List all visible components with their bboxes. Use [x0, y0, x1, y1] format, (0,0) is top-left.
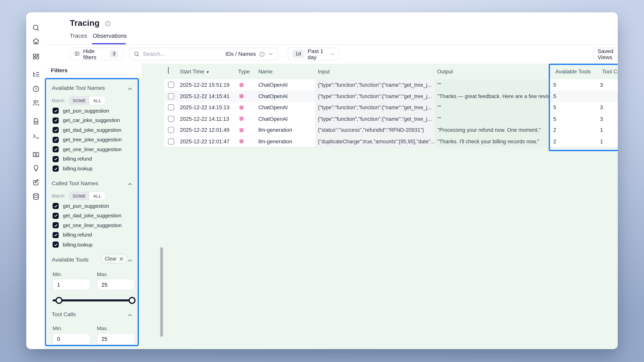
column-header-name[interactable]: Name [258, 68, 272, 74]
hide-filters-button[interactable]: Hide filters 3 [70, 48, 123, 60]
row-checkbox[interactable] [168, 116, 174, 122]
generation-pinwheel-icon [238, 104, 245, 111]
checkbox-checked-icon[interactable] [52, 108, 58, 114]
chevron-up-icon[interactable] [127, 258, 132, 263]
cell-output: "Thanks. I'll check your billing records… [434, 136, 549, 147]
prompts-file-icon[interactable] [32, 118, 40, 125]
datasets-database-icon[interactable] [32, 193, 40, 200]
column-header-available-tools[interactable]: Available Tools [555, 68, 591, 74]
filter-checkbox-item[interactable]: get_car_joke_suggestion [52, 117, 120, 123]
chevron-down-icon[interactable] [268, 51, 274, 56]
available-tools-slider-track[interactable] [52, 299, 132, 301]
available-tools-min-input[interactable] [52, 279, 90, 290]
tool-calls-min-input[interactable] [52, 333, 90, 344]
annotation-icon[interactable] [32, 178, 40, 186]
match-option-all[interactable]: ALL [90, 96, 105, 105]
column-header-start-time[interactable]: Start Time▼ [180, 68, 210, 74]
dashboard-icon[interactable] [32, 52, 40, 60]
lightbulb-icon[interactable] [32, 164, 40, 172]
filters-scrollbar-thumb[interactable] [160, 247, 163, 337]
checkbox-checked-icon[interactable] [52, 203, 58, 209]
generation-pinwheel-icon [238, 82, 245, 88]
checkbox-checked-icon[interactable] [52, 212, 58, 218]
filter-checkbox-item[interactable]: get_dad_joke_suggestion [52, 127, 121, 133]
cell-input: {"type":"function","function":{"name":"g… [315, 113, 434, 124]
filter-checkbox-item[interactable]: billing.lookup [52, 166, 92, 172]
tab-traces[interactable]: Traces [70, 32, 87, 39]
table-row[interactable]: 2025-12-22 12:01:47 llm-generation {"dup… [164, 136, 618, 148]
match-option-all[interactable]: ALL [90, 192, 105, 200]
filter-item-label: get_pun_suggestion [63, 203, 109, 209]
filter-checkbox-item[interactable]: get_tree_joke_suggestion [52, 136, 122, 142]
max-label: Max. [97, 272, 108, 277]
info-icon[interactable] [259, 51, 265, 57]
checkbox-checked-icon[interactable] [52, 232, 58, 238]
checkbox-checked-icon[interactable] [52, 146, 58, 152]
column-header-output[interactable]: Output [437, 68, 453, 74]
filter-checkbox-item[interactable]: get_one_liner_suggestion [52, 222, 122, 228]
active-tab-underline [92, 43, 126, 44]
filter-checkbox-item[interactable]: get_dad_joke_suggestion [52, 212, 121, 218]
filter-checkbox-item[interactable]: get_pun_suggestion [52, 108, 109, 114]
checkbox-checked-icon[interactable] [52, 242, 58, 248]
cell-available-tools: 5 [552, 113, 599, 124]
row-checkbox[interactable] [168, 127, 174, 133]
row-checkbox[interactable] [168, 138, 174, 144]
content-area: Filters Available Tool Names Match: SOME… [45, 64, 618, 349]
select-all-checkbox[interactable] [168, 67, 169, 74]
checkbox-checked-icon[interactable] [52, 117, 58, 123]
filters-highlight-box: Available Tool Names Match: SOME ALL get… [45, 78, 139, 346]
match-option-some[interactable]: SOME [69, 192, 90, 200]
chevron-up-icon[interactable] [127, 312, 132, 317]
checkbox-checked-icon[interactable] [52, 222, 58, 228]
info-icon[interactable] [105, 20, 111, 27]
table-row[interactable]: 2025-12-22 15:51:19 ChatOpenAI {"type":"… [164, 79, 618, 91]
match-option-some[interactable]: SOME [69, 96, 90, 105]
cell-name: ChatOpenAI [258, 113, 316, 124]
filter-checkbox-item[interactable]: get_one_liner_suggestion [52, 146, 122, 152]
table-row[interactable]: 2025-12-22 12:01:49 llm-generation {"sta… [164, 124, 618, 136]
table-row[interactable]: 2025-12-22 14:15:41 ChatOpenAI {"type":"… [164, 91, 618, 102]
row-checkbox[interactable] [168, 104, 174, 110]
column-header-tool-calls[interactable]: Tool Calls [602, 68, 618, 74]
cell-tool-calls: 1 [599, 136, 618, 147]
page-title: Tracing [70, 18, 100, 28]
home-icon[interactable] [32, 38, 40, 45]
checkbox-checked-icon[interactable] [52, 127, 58, 133]
available-tools-max-input[interactable] [97, 279, 135, 290]
checkbox-checked-icon[interactable] [52, 156, 58, 162]
cell-input: {"status":"success","refundId":"RFND-209… [315, 124, 434, 136]
max-label: Max. [97, 326, 108, 331]
search-input[interactable]: Search... IDs / Names [129, 48, 278, 60]
search-icon[interactable] [32, 24, 40, 32]
row-checkbox[interactable] [168, 82, 174, 88]
chevron-up-icon[interactable] [127, 181, 132, 186]
row-checkbox[interactable] [168, 93, 174, 99]
clear-filter-button[interactable]: Clear [100, 254, 128, 264]
filter-checkbox-item[interactable]: billing.refund [52, 232, 92, 238]
column-header-type[interactable]: Type [238, 68, 250, 74]
saved-views-button[interactable]: Saved Views 0 [593, 48, 618, 60]
users-icon[interactable] [32, 99, 40, 107]
cell-start-time: 2025-12-22 12:01:47 [180, 136, 238, 147]
checkbox-checked-icon[interactable] [52, 166, 58, 172]
cell-start-time: 2025-12-22 14:15:41 [180, 91, 238, 102]
sessions-clock-icon[interactable] [32, 85, 40, 93]
playground-terminal-icon[interactable] [32, 132, 40, 140]
scores-icon[interactable] [32, 151, 40, 158]
filter-checkbox-item[interactable]: get_pun_suggestion [52, 203, 109, 209]
tool-calls-max-input[interactable] [97, 333, 135, 344]
checkbox-checked-icon[interactable] [52, 136, 58, 142]
tracing-icon[interactable] [32, 71, 40, 78]
clear-label: Clear [105, 256, 116, 262]
slider-handle-min[interactable] [56, 297, 62, 304]
chevron-up-icon[interactable] [127, 86, 132, 91]
filter-checkbox-item[interactable]: billing.refund [52, 156, 92, 162]
tab-observations[interactable]: Observations [93, 32, 127, 39]
table-row[interactable]: 2025-12-22 14:11:13 ChatOpenAI {"type":"… [164, 113, 618, 125]
table-row[interactable]: 2025-12-22 14:15:13 ChatOpenAI {"type":"… [164, 102, 618, 114]
time-range-button[interactable]: 1d Past 1 day [288, 48, 339, 60]
slider-handle-max[interactable] [129, 297, 136, 304]
column-header-input[interactable]: Input [318, 68, 330, 74]
filter-checkbox-item[interactable]: billing.lookup [52, 242, 92, 248]
